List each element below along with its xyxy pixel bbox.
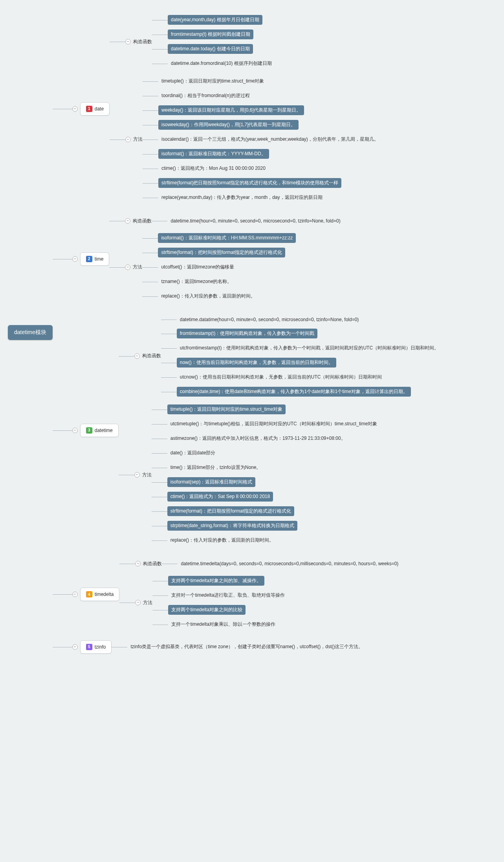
collapse-icon[interactable]: − bbox=[125, 137, 131, 142]
sub-branch: −方法支持两个timedelta对象之间的加、减操作。支持对一个timedelt… bbox=[135, 573, 401, 632]
leaf-node[interactable]: timetuple()：返回日期时间对应的time.struct_time对象 bbox=[167, 404, 286, 414]
leaf-node[interactable]: strftime(format)：把时间按照format指定的格式进行格式化 bbox=[158, 248, 285, 257]
topic-node[interactable]: 1date bbox=[80, 102, 110, 116]
leaf-node[interactable]: combine(date,time)：使用date和time构造对象，传入参数为… bbox=[177, 387, 411, 397]
leaf-row: weekday()：返回该日期对应星期几，用[0,6]代表星期一到星期日。 bbox=[158, 105, 382, 115]
leaf-node[interactable]: date()：返回date部分 bbox=[167, 448, 219, 458]
leaf-node[interactable]: fromtimestamp(t) 根据时间戳创建日期 bbox=[168, 29, 253, 39]
leaf-node[interactable]: timetuple()：返回日期对应的time.struct_time对象 bbox=[158, 76, 267, 86]
collapse-icon[interactable]: − bbox=[72, 428, 78, 433]
leaf-children: timetuple()：返回日期对应的time.struct_time对象too… bbox=[158, 74, 382, 205]
group-label[interactable]: 方法 bbox=[133, 136, 143, 143]
leaf-node[interactable]: toordinal()：相当于fromordinal(n)的逆过程 bbox=[158, 91, 253, 101]
leaf-row: isocalendar()：返回一个三元组，格式为(year,week_numb… bbox=[158, 134, 382, 144]
leaf-row: datetime.timedelta(days=0, seconds=0, mi… bbox=[178, 559, 401, 568]
sub-branch: −构造函数datetime.timedelta(days=0, seconds=… bbox=[135, 557, 401, 570]
group-label[interactable]: 构造函数 bbox=[142, 353, 161, 359]
leaf-row: fromtimestamp(t) 根据时间戳创建日期 bbox=[168, 29, 275, 39]
leaf-node[interactable]: isoformat(sep)：返回标准日期时间格式 bbox=[167, 477, 256, 487]
collapse-icon[interactable]: − bbox=[125, 218, 130, 224]
sub-children: −构造函数date(year,month,day) 根据年月日创建日期fromt… bbox=[125, 11, 382, 206]
group-label[interactable]: 构造函数 bbox=[133, 39, 152, 45]
group-label[interactable]: 方法 bbox=[133, 264, 142, 270]
collapse-icon[interactable]: − bbox=[125, 39, 131, 44]
collapse-icon[interactable]: − bbox=[72, 106, 78, 112]
group-label[interactable]: 方法 bbox=[142, 472, 152, 478]
leaf-node[interactable]: utcoffset()：返回timezone的偏移量 bbox=[158, 262, 237, 272]
leaf-node[interactable]: fromtimestamp(t)：使用时间戳构造对象，传入参数为一个时间戳 bbox=[177, 329, 318, 338]
leaf-row: date(year,month,day) 根据年月日创建日期 bbox=[168, 15, 275, 25]
leaf-row: isoformat()：返回标准日期格式：YYYY-MM-DD。 bbox=[158, 149, 382, 159]
leaf-node[interactable]: isoformat()：返回标准日期格式：YYYY-MM-DD。 bbox=[158, 149, 269, 159]
leaf-node[interactable]: weekday()：返回该日期对应星期几，用[0,6]代表星期一到星期日。 bbox=[158, 105, 304, 115]
leaf-row: replace()：传入对应的参数，返回新的日期时间。 bbox=[167, 535, 381, 545]
group-label[interactable]: 构造函数 bbox=[133, 218, 152, 224]
leaf-node[interactable]: astimezone()：返回的格式中加入时区信息，格式为：1973-11-29… bbox=[167, 434, 349, 443]
collapse-icon[interactable]: − bbox=[134, 353, 140, 359]
leaf-node[interactable]: 支持两个timedelta对象之间的比较 bbox=[168, 605, 246, 615]
leaf-node[interactable]: now()：使用当前日期和时间构造对象，无参数，返回当前的日期和时间。 bbox=[177, 358, 336, 368]
sub-branch: −构造函数datetime.time(hour=0, minute=0, sec… bbox=[125, 214, 343, 228]
topic-node[interactable]: 4timedelta bbox=[80, 588, 120, 601]
leaf-row: astimezone()：返回的格式中加入时区信息，格式为：1973-11-29… bbox=[167, 434, 381, 443]
leaf-node[interactable]: utctimetuple()：与timetuple()相似，返回日期时间对应的U… bbox=[167, 419, 381, 429]
leaf-node[interactable]: isocalendar()：返回一个三元组，格式为(year,week_numb… bbox=[158, 134, 382, 144]
leaf-node[interactable]: datetime.datatime(hour=0, minute=0, seco… bbox=[177, 315, 362, 324]
leaf-row: tzinfo类是一个虚拟基类，代表时区（time zone），创建子类时必须重写… bbox=[127, 642, 366, 652]
leaf-node[interactable]: isoweekday()：作用同weekday()，用[1,7]代表星期一到星期… bbox=[158, 120, 299, 130]
leaf-node[interactable]: datetime.time(hour=0, minute=0, second=0… bbox=[167, 217, 343, 225]
branch-time: −2time−构造函数datetime.time(hour=0, minute=… bbox=[72, 213, 442, 305]
leaf-node[interactable]: utcnow()：使用当前日期和时间构造对象，无参数，返回当前的UTC（时间标准… bbox=[177, 372, 385, 382]
leaf-node[interactable]: 支持两个timedelta对象之间的加、减操作。 bbox=[168, 576, 264, 586]
leaf-node[interactable]: replace(year,month,day)：传入参数为year，month，… bbox=[158, 193, 325, 202]
leaf-row: strptime(date_string,format)：将字符串格式转换为日期… bbox=[167, 521, 381, 531]
leaf-node[interactable]: datetime.date.fromordinal(10) 根据序列创建日期 bbox=[168, 59, 275, 68]
leaf-node[interactable]: tzname()：返回timezone的名称。 bbox=[158, 277, 235, 287]
main-children: −1date−构造函数date(year,month,day) 根据年月日创建日… bbox=[72, 8, 442, 657]
collapse-icon[interactable]: − bbox=[134, 472, 140, 478]
leaf-node[interactable]: replace()：传入对应的参数，返回新的日期时间。 bbox=[167, 535, 277, 545]
leaf-node[interactable]: strftime(format)：把日期按照format指定的格式进行格式化 bbox=[167, 506, 294, 516]
leaf-node[interactable]: datetime.date.today() 创建今日的日期 bbox=[168, 44, 253, 54]
collapse-icon[interactable]: − bbox=[72, 644, 78, 650]
leaf-node[interactable]: replace()：传入对应的参数，返回新的时间。 bbox=[158, 291, 258, 301]
leaf-row: isoformat()：返回标准时间格式：HH:MM:SS.mmmmmm+zz:… bbox=[158, 233, 296, 243]
topic-node[interactable]: 5tzinfo bbox=[80, 640, 112, 654]
collapse-icon[interactable]: − bbox=[125, 265, 130, 270]
leaf-node[interactable]: ctime()：返回格式为：Mon Aug 31 00:00:00 2020 bbox=[158, 164, 269, 173]
topic-node[interactable]: 3datetime bbox=[80, 424, 119, 437]
collapse-icon[interactable]: − bbox=[135, 561, 141, 566]
leaf-node[interactable]: time()：返回time部分，tzinfo设置为None。 bbox=[167, 463, 264, 472]
branch-tzinfo: −5tzinfotzinfo类是一个虚拟基类，代表时区（time zone），创… bbox=[72, 640, 442, 654]
leaf-node[interactable]: isoformat()：返回标准时间格式：HH:MM:SS.mmmmmm+zz:… bbox=[158, 233, 296, 243]
group-label[interactable]: 构造函数 bbox=[143, 561, 162, 567]
group-label[interactable]: 方法 bbox=[143, 599, 152, 606]
leaf-node[interactable]: date(year,month,day) 根据年月日创建日期 bbox=[168, 15, 262, 25]
leaf-row: time()：返回time部分，tzinfo设置为None。 bbox=[167, 463, 381, 472]
leaf-node[interactable]: strptime(date_string,format)：将字符串格式转换为日期… bbox=[167, 521, 297, 531]
leaf-row: date()：返回date部分 bbox=[167, 448, 381, 458]
leaf-node[interactable]: ctime()：返回格式为：Sat Sep 8 00:00:00 2018 bbox=[167, 492, 273, 502]
collapse-icon[interactable]: − bbox=[72, 256, 78, 262]
leaf-node[interactable]: 支持对一个timedelta进行取正、取负、取绝对值等操作 bbox=[168, 590, 288, 600]
leaf-row: utcnow()：使用当前日期和时间构造对象，无参数，返回当前的UTC（时间标准… bbox=[177, 372, 442, 382]
topic-node[interactable]: 2time bbox=[80, 252, 110, 266]
leaf-children: date(year,month,day) 根据年月日创建日期fromtimest… bbox=[168, 13, 275, 71]
leaf-node[interactable]: 支持一个timedelta对象乘以、除以一个整数的操作 bbox=[168, 619, 279, 629]
number-badge: 1 bbox=[86, 106, 92, 112]
leaf-row: toordinal()：相当于fromordinal(n)的逆过程 bbox=[158, 91, 382, 101]
leaf-node[interactable]: datetime.timedelta(days=0, seconds=0, mi… bbox=[178, 559, 401, 568]
collapse-icon[interactable]: − bbox=[72, 592, 78, 597]
branch-timedelta: −4timedelta−构造函数datetime.timedelta(days=… bbox=[72, 555, 442, 633]
topic-title: timedelta bbox=[95, 592, 114, 597]
leaf-children: datetime.timedelta(days=0, seconds=0, mi… bbox=[178, 557, 401, 570]
collapse-icon[interactable]: − bbox=[135, 600, 141, 605]
leaf-row: replace()：传入对应的参数，返回新的时间。 bbox=[158, 291, 296, 301]
topic-title: date bbox=[95, 106, 104, 112]
leaf-row: fromtimestamp(t)：使用时间戳构造对象，传入参数为一个时间戳 bbox=[177, 329, 442, 338]
leaf-node[interactable]: tzinfo类是一个虚拟基类，代表时区（time zone），创建子类时必须重写… bbox=[127, 642, 366, 652]
leaf-node[interactable]: strftime(format)把日期按照format指定的格式进行格式化，和t… bbox=[158, 178, 341, 188]
leaf-children: isoformat()：返回标准时间格式：HH:MM:SS.mmmmmm+zz:… bbox=[158, 231, 296, 303]
leaf-node[interactable]: utcfromtimestamp(t)：使用时间戳构造对象，传入参数为一个时间戳… bbox=[177, 343, 442, 353]
root-node[interactable]: datetime模块 bbox=[8, 325, 53, 340]
